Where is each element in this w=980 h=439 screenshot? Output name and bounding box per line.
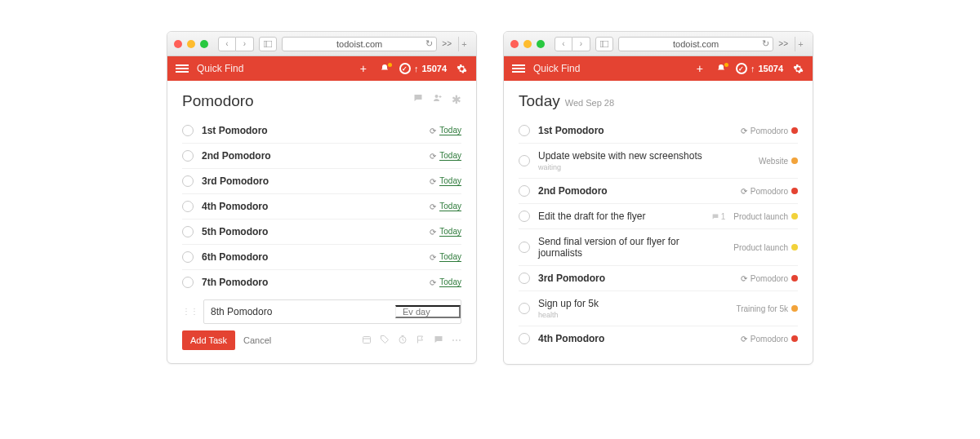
task-checkbox[interactable] — [182, 226, 194, 237]
task-row[interactable]: 2nd Pomodoro⟳Pomodoro — [519, 179, 798, 204]
nav-buttons: ‹ › — [555, 37, 590, 51]
task-row[interactable]: 5th Pomodoro⟳Today — [182, 220, 461, 245]
task-checkbox[interactable] — [519, 273, 530, 284]
task-project[interactable]: Training for 5k — [736, 304, 798, 313]
task-row[interactable]: 7th Pomodoro⟳Today — [182, 270, 461, 295]
task-row[interactable]: 1st Pomodoro⟳Today — [182, 118, 461, 144]
task-date-input[interactable] — [395, 305, 461, 318]
add-task-button[interactable]: Add Task — [182, 330, 235, 350]
task-checkbox[interactable] — [519, 242, 530, 253]
sidebar-button[interactable] — [595, 37, 613, 51]
task-checkbox[interactable] — [182, 201, 194, 212]
back-button[interactable]: ‹ — [555, 37, 572, 51]
task-row[interactable]: Edit the draft for the flyer1Product lau… — [519, 204, 798, 229]
clock-icon[interactable] — [398, 335, 408, 346]
task-row[interactable]: 4th Pomodoro⟳Today — [182, 194, 461, 220]
task-checkbox[interactable] — [519, 211, 530, 222]
minimize-window-button[interactable] — [187, 40, 195, 48]
menu-icon[interactable] — [176, 64, 189, 73]
sidebar-button[interactable] — [259, 37, 277, 51]
url-bar[interactable]: todoist.com ↻ — [282, 37, 437, 51]
back-button[interactable]: ‹ — [218, 37, 236, 51]
task-project[interactable]: ⟳Pomodoro — [741, 187, 798, 196]
task-project[interactable]: ⟳Pomodoro — [741, 274, 798, 283]
task-row[interactable]: 6th Pomodoro⟳Today — [182, 245, 461, 270]
cancel-button[interactable]: Cancel — [243, 335, 271, 345]
task-checkbox[interactable] — [519, 125, 530, 136]
task-row[interactable]: 2nd Pomodoro⟳Today — [182, 144, 461, 169]
close-window-button[interactable] — [174, 40, 182, 48]
task-project[interactable]: Product launch — [733, 243, 798, 252]
forward-button[interactable]: › — [572, 37, 590, 51]
notifications-icon[interactable] — [378, 64, 391, 73]
karma-score[interactable]: ✓ ↑ 15074 — [399, 63, 447, 74]
comment-icon[interactable] — [434, 335, 443, 346]
task-title: Sign up for 5k — [538, 298, 728, 309]
new-tab-button[interactable]: + — [795, 37, 806, 51]
repeat-icon: ⟳ — [430, 202, 436, 211]
task-row[interactable]: Sign up for 5khealthTraining for 5k — [519, 291, 798, 326]
reload-icon[interactable]: ↻ — [425, 38, 433, 49]
more-icon[interactable]: ✱ — [452, 93, 461, 106]
task-checkbox[interactable] — [519, 155, 530, 166]
minimize-window-button[interactable] — [523, 40, 532, 48]
settings-icon[interactable] — [791, 64, 804, 74]
priority-icon[interactable] — [416, 335, 425, 346]
url-bar[interactable]: todoist.com ↻ — [618, 37, 773, 51]
task-row[interactable]: 3rd Pomodoro⟳Pomodoro — [519, 266, 798, 291]
more-options-icon[interactable]: ⋯ — [452, 335, 461, 346]
comment-count[interactable]: 1 — [711, 212, 726, 221]
due-label: Today — [439, 252, 461, 262]
task-project[interactable]: ⟳Pomodoro — [741, 335, 798, 344]
new-tab-button[interactable]: + — [458, 37, 470, 51]
task-checkbox[interactable] — [519, 303, 530, 314]
task-checkbox[interactable] — [182, 251, 194, 263]
search-input[interactable]: Quick Find — [533, 63, 685, 74]
settings-icon[interactable] — [455, 64, 468, 74]
task-checkbox[interactable] — [519, 185, 530, 197]
reload-icon[interactable]: ↻ — [762, 38, 769, 49]
today-view: Today Wed Sep 28 1st Pomodoro⟳PomodoroUp… — [504, 81, 813, 364]
repeat-icon: ⟳ — [741, 126, 747, 135]
task-row[interactable]: 4th Pomodoro⟳Pomodoro — [519, 326, 798, 351]
label-icon[interactable] — [380, 335, 390, 346]
task-title: 2nd Pomodoro — [202, 150, 421, 162]
menu-icon[interactable] — [512, 64, 525, 73]
task-checkbox[interactable] — [182, 150, 194, 162]
task-project[interactable]: Product launch — [733, 212, 798, 221]
drag-handle-icon[interactable]: ⋮⋮ — [182, 308, 198, 315]
reminder-icon[interactable] — [362, 335, 372, 346]
toolbar-overflow[interactable]: >> — [442, 39, 452, 48]
task-row[interactable]: Send final version of our flyer for jour… — [519, 229, 798, 266]
zoom-window-button[interactable] — [537, 40, 545, 48]
close-window-button[interactable] — [510, 40, 519, 48]
task-row[interactable]: 3rd Pomodoro⟳Today — [182, 169, 461, 194]
task-checkbox[interactable] — [182, 125, 194, 136]
quick-add-icon[interactable]: + — [693, 62, 706, 75]
karma-arrow: ↑ — [751, 64, 755, 73]
task-checkbox[interactable] — [519, 333, 530, 344]
quick-add-icon[interactable]: + — [357, 62, 370, 75]
forward-button[interactable]: › — [236, 37, 254, 51]
toolbar-overflow[interactable]: >> — [778, 39, 788, 48]
task-checkbox[interactable] — [182, 277, 194, 288]
search-input[interactable]: Quick Find — [197, 63, 349, 74]
project-label: Product launch — [733, 243, 788, 252]
task-editor — [203, 299, 461, 324]
task-row[interactable]: Update website with new screenshotswaiti… — [519, 144, 798, 179]
task-project[interactable]: ⟳Pomodoro — [741, 126, 798, 135]
task-checkbox[interactable] — [182, 175, 194, 187]
karma-score[interactable]: ✓ ↑ 15074 — [736, 63, 783, 74]
karma-arrow: ↑ — [414, 64, 419, 73]
share-icon[interactable] — [432, 93, 443, 106]
zoom-window-button[interactable] — [200, 40, 208, 48]
comments-icon[interactable] — [412, 93, 424, 106]
editor-actions: Add Task Cancel ⋯ — [182, 330, 461, 350]
task-row[interactable]: 1st Pomodoro⟳Pomodoro — [519, 118, 798, 144]
project-color-dot — [791, 275, 798, 282]
task-title-input[interactable] — [204, 306, 395, 317]
karma-value: 15074 — [758, 64, 783, 73]
notifications-icon[interactable] — [715, 64, 728, 73]
task-project[interactable]: Website — [759, 157, 798, 166]
view-title-row: Pomodoro ✱ — [182, 92, 461, 110]
